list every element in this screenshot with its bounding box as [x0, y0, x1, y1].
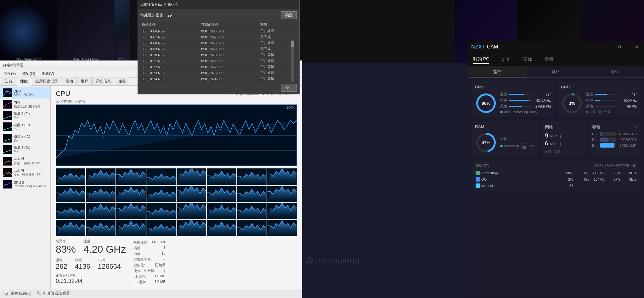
proc-col-down[interactable]: 下载 — [622, 163, 629, 168]
storage-label-2: 942GB/1.8T — [618, 144, 637, 147]
handles-block: 句柄 126664 — [98, 258, 121, 271]
nav-audio[interactable]: 音频 — [545, 55, 553, 64]
gpu-temp-row: 温度 49° — [586, 92, 637, 97]
statusbar-open-monitor[interactable]: 🔧 打开资源监视器 — [37, 291, 70, 296]
nzxt-storage-header: 存储 › — [592, 124, 637, 130]
process-row-0: Photoshop 88% 0% 8906MB 0B/s 0B/s — [474, 170, 637, 176]
tab-performance[interactable]: 性能 — [17, 77, 31, 86]
cpu-core-10 — [116, 186, 146, 202]
proc-col-ram[interactable]: RAM — [615, 163, 622, 168]
sidebar-icon-7 — [3, 168, 12, 177]
uptime-label: 正常运行时间 — [56, 273, 126, 278]
cpu-core-0 — [56, 168, 85, 185]
threads-label: 线程 — [75, 258, 90, 262]
nzxt-minimize-button[interactable]: − — [624, 44, 632, 50]
sidebar-item-4[interactable]: 磁盘 2 (C:)1% — [0, 132, 50, 144]
grid-line-75 — [56, 120, 297, 120]
cpu-core-18 — [116, 203, 146, 219]
tm-sidebar: CPU83% 4.20 GHz内存15.5/31.9 GB (49%)磁盘 0 … — [0, 86, 51, 297]
camera-raw-source: 850_7872.NEF — [140, 64, 200, 70]
ram-process-row: Photoshop 8.7 GB 27% — [500, 143, 535, 149]
proc-name-col-0: Photoshop — [476, 171, 557, 175]
subnav-game[interactable]: 游戏 — [585, 66, 644, 77]
nzxt-storage-arrow-icon[interactable]: › — [635, 124, 637, 130]
gpu-fan-label: 风扇 — [586, 104, 593, 109]
svg-marker-17 — [86, 204, 115, 219]
tab-startup[interactable]: 启动 — [62, 77, 76, 85]
nav-tune[interactable]: 调优 — [523, 55, 532, 64]
svg-marker-1 — [86, 170, 115, 184]
nzxt-cam-window: NZXT CAM ⚙ − ✕ 我的 PC 灯光 调优 音频 监控 规格 游戏 C… — [468, 41, 644, 298]
proc-col-gpu[interactable]: GPU — [607, 163, 615, 168]
nzxt-nav: 我的 PC 灯光 调优 音频 — [468, 53, 644, 66]
cpu-core-21 — [207, 203, 236, 219]
gpu-temp-bar-fill — [595, 94, 607, 95]
statusbar-summary[interactable]: 📊 简略信息(D) — [4, 291, 31, 296]
sidebar-sublabel-8: Radeon (TM) RX 4\n2% — [14, 184, 47, 188]
camera-raw-dest: 850_7870.JPG — [200, 52, 259, 58]
camera-raw-header: 待处理的图像 29 确定 — [140, 11, 297, 19]
gpu-temp-label: 温度 — [586, 92, 593, 97]
subnav-monitor[interactable]: 监控 — [468, 66, 527, 77]
tab-services[interactable]: 服务 — [115, 77, 129, 85]
camera-raw-source: 850_7873.NEF — [140, 70, 200, 76]
sidebar-item-8[interactable]: GPU 0Radeon (TM) RX 4\n2% — [0, 178, 50, 190]
camera-raw-stop-button[interactable]: 停止 — [281, 84, 297, 92]
proc-gpu-0: 0% — [573, 171, 589, 175]
sidebar-item-7[interactable]: 以太网发送: 56.0 接收: 32. — [0, 167, 50, 178]
sidebar-sublabel-0: 83% 4.20 GHz — [14, 93, 34, 97]
sidebar-item-2[interactable]: 磁盘 0 (F:)0% — [0, 110, 50, 121]
camera-raw-scrollbar[interactable] — [291, 41, 294, 82]
svg-marker-16 — [56, 208, 85, 219]
tab-users[interactable]: 用户 — [77, 77, 92, 85]
sidebar-item-6[interactable]: 以太网发送: 0 接收: 0 Kbp — [0, 155, 50, 167]
tab-processes[interactable]: 进程 — [2, 77, 16, 85]
sidebar-sublabel-4: 1% — [14, 139, 30, 142]
summary-icon: 📊 — [4, 291, 9, 295]
net-download-unit: KB/s — [550, 134, 557, 138]
logical-value: 32 — [162, 257, 166, 262]
sidebar-item-5[interactable]: 磁盘 3 (D:)2% — [0, 144, 50, 155]
storage-bar-fill-0 — [600, 132, 601, 136]
proc-col-up[interactable]: 上传 — [629, 163, 636, 168]
monitor-label: 打开资源监视器 — [43, 291, 70, 295]
cpu-temp-bar — [509, 94, 533, 95]
sidebar-item-0[interactable]: CPU83% 4.20 GHz — [0, 87, 50, 98]
task-manager-body: CPU83% 4.20 GHz内存15.5/31.9 GB (49%)磁盘 0 … — [0, 86, 302, 297]
net-upload-arrow-icon: ↑ — [559, 141, 562, 147]
storage-bar-fill-1 — [600, 138, 608, 142]
svg-marker-6 — [237, 172, 266, 184]
hyperv-value: 是 — [162, 268, 166, 273]
tab-details[interactable]: 详细信息 — [92, 77, 114, 85]
cpu-cores-grid — [56, 168, 297, 236]
cpu-process-name: Photoshop — [513, 110, 528, 114]
proc-ram-1: 104MB — [589, 177, 605, 181]
camera-raw-status: 已完成 — [259, 34, 297, 40]
nzxt-cpu-body: 98% 温度 62° 时钟 — [475, 92, 551, 114]
nav-lighting[interactable]: 灯光 — [502, 55, 511, 64]
sidebar-item-3[interactable]: 磁盘 1 (E:)0% — [0, 121, 50, 132]
menu-file[interactable]: 文件(F) — [2, 70, 18, 77]
menu-options[interactable]: 选项(O) — [20, 70, 37, 77]
l2-row: L2 缓存: 8.0 MB — [133, 280, 166, 284]
nav-my-pc[interactable]: 我的 PC — [473, 55, 489, 64]
svg-marker-2 — [116, 169, 145, 184]
sidebar-sublabel-3: 0% — [14, 127, 30, 131]
nzxt-settings-button[interactable]: ⚙ — [615, 44, 623, 50]
cpu-core-2 — [116, 168, 146, 185]
nzxt-cpu-usage-label: 98% — [482, 101, 490, 106]
nzxt-close-button[interactable]: ✕ — [633, 44, 641, 50]
sidebar-item-1[interactable]: 内存15.5/31.9 GB (49%) — [0, 98, 50, 110]
cpu-core-12 — [177, 186, 206, 202]
camera-raw-confirm-button[interactable]: 确定 — [281, 11, 297, 19]
sidebar-label-0: CPU — [14, 89, 34, 93]
menu-view[interactable]: 查看(V) — [40, 70, 56, 77]
photo-3: ZO... — [115, 0, 130, 63]
cpu-process-dot — [500, 111, 503, 113]
storage-label-1: 93GB/32GB — [618, 138, 637, 142]
proc-col-cpu[interactable]: CPU ↓ — [594, 163, 607, 168]
tab-app-history[interactable]: 应用历史记录 — [32, 77, 61, 85]
camera-raw-count: 29 — [167, 13, 172, 18]
subnav-specs[interactable]: 规格 — [527, 66, 585, 77]
cpu-core-19 — [146, 203, 176, 219]
